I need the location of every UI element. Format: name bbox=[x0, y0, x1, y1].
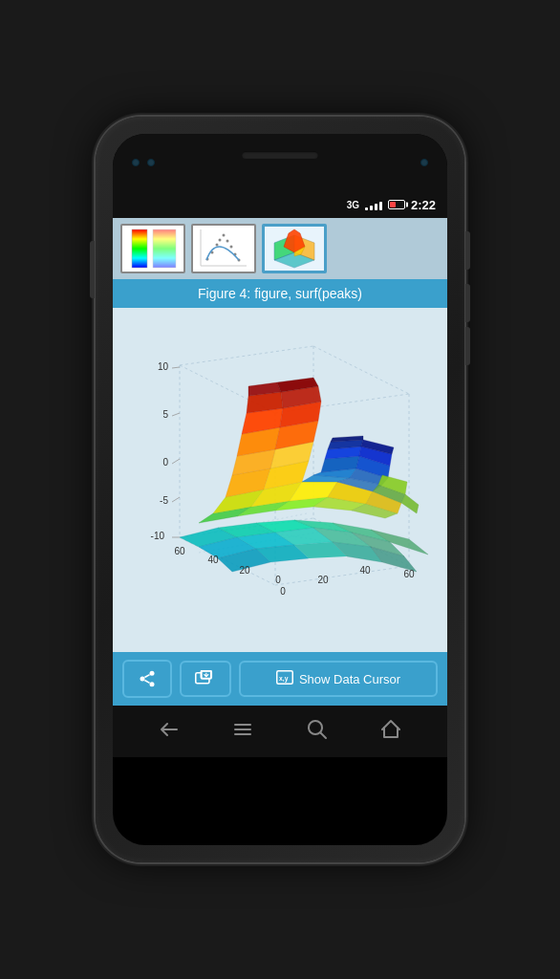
signal-bar-2 bbox=[370, 206, 373, 210]
top-bezel bbox=[113, 134, 447, 191]
svg-text:20: 20 bbox=[317, 575, 329, 585]
menu-button[interactable] bbox=[231, 718, 254, 746]
network-indicator: 3G bbox=[347, 200, 359, 210]
svg-point-7 bbox=[216, 244, 219, 247]
data-cursor-label: Show Data Cursor bbox=[299, 672, 400, 686]
svg-line-94 bbox=[172, 413, 180, 416]
phone-device: 3G 2:22 bbox=[96, 117, 464, 862]
svg-point-108 bbox=[150, 682, 155, 686]
svg-line-121 bbox=[320, 732, 326, 738]
svg-text:5: 5 bbox=[162, 409, 168, 420]
svg-text:0: 0 bbox=[280, 586, 286, 597]
thumbnail-3[interactable] bbox=[262, 224, 327, 273]
speaker bbox=[242, 151, 318, 159]
svg-rect-117 bbox=[234, 724, 251, 726]
svg-text:60: 60 bbox=[403, 569, 415, 579]
data-cursor-icon: x,y bbox=[276, 670, 293, 687]
thumb2-content bbox=[193, 226, 254, 272]
svg-text:0: 0 bbox=[162, 457, 168, 468]
front-camera bbox=[132, 159, 140, 166]
svg-line-93 bbox=[172, 367, 180, 368]
chart-area[interactable]: 10 5 0 -5 -10 60 40 20 bbox=[113, 308, 447, 652]
thumbnail-2[interactable] bbox=[191, 224, 256, 273]
signal-bar-4 bbox=[379, 202, 382, 210]
svg-text:10: 10 bbox=[158, 361, 169, 372]
export-icon bbox=[195, 670, 216, 687]
svg-text:40: 40 bbox=[207, 555, 219, 565]
search-button[interactable] bbox=[306, 718, 329, 746]
svg-line-109 bbox=[144, 675, 149, 678]
svg-text:60: 60 bbox=[174, 546, 185, 556]
battery-fill bbox=[390, 202, 396, 207]
signal-bar-3 bbox=[375, 204, 377, 210]
battery-indicator bbox=[388, 200, 405, 209]
svg-text:40: 40 bbox=[359, 565, 371, 576]
svg-rect-1 bbox=[153, 229, 176, 268]
svg-line-20 bbox=[180, 346, 313, 365]
svg-line-96 bbox=[172, 497, 180, 502]
back-button[interactable] bbox=[158, 718, 181, 746]
svg-point-10 bbox=[226, 240, 229, 243]
export-button[interactable] bbox=[180, 661, 231, 697]
svg-text:-5: -5 bbox=[160, 495, 168, 506]
svg-line-31 bbox=[275, 566, 409, 585]
signal-strength bbox=[365, 199, 382, 210]
phone-screen: 3G 2:22 bbox=[113, 134, 447, 845]
home-button[interactable] bbox=[379, 718, 402, 746]
svg-point-8 bbox=[219, 239, 222, 242]
signal-bar-1 bbox=[365, 207, 368, 210]
thumbnail-1[interactable] bbox=[120, 224, 185, 273]
svg-point-11 bbox=[230, 246, 233, 249]
svg-text:-10: -10 bbox=[151, 531, 165, 541]
bottom-toolbar: x,y Show Data Cursor bbox=[113, 652, 447, 706]
thumb3-content bbox=[265, 227, 324, 271]
chart-container: 10 5 0 -5 -10 60 40 20 bbox=[118, 317, 442, 623]
bottom-nav bbox=[113, 706, 447, 757]
surface-plot: 10 5 0 -5 -10 60 40 20 bbox=[122, 317, 438, 623]
svg-line-21 bbox=[313, 346, 409, 394]
svg-text:0: 0 bbox=[275, 575, 281, 585]
sensor-dots bbox=[132, 159, 155, 166]
thumb1-content bbox=[122, 226, 183, 272]
status-time: 2:22 bbox=[411, 198, 436, 212]
status-bar: 3G 2:22 bbox=[113, 191, 447, 218]
share-icon bbox=[138, 669, 157, 688]
front-camera-right bbox=[420, 159, 428, 166]
svg-marker-86 bbox=[401, 494, 419, 513]
sensor bbox=[147, 159, 155, 166]
svg-line-95 bbox=[172, 459, 180, 464]
svg-rect-119 bbox=[234, 733, 251, 735]
screen-content: Figure 4: figure, surf(peaks) bbox=[113, 218, 447, 706]
svg-point-107 bbox=[140, 677, 145, 682]
svg-text:x,y: x,y bbox=[279, 675, 289, 683]
svg-rect-118 bbox=[234, 729, 251, 730]
thumbnails-row bbox=[113, 218, 447, 279]
figure-title: Figure 4: figure, surf(peaks) bbox=[113, 279, 447, 308]
svg-rect-0 bbox=[132, 229, 147, 268]
svg-text:20: 20 bbox=[239, 565, 250, 576]
svg-line-110 bbox=[144, 680, 149, 683]
share-button[interactable] bbox=[122, 660, 172, 698]
svg-point-9 bbox=[223, 234, 226, 237]
svg-point-106 bbox=[150, 671, 155, 676]
data-cursor-button[interactable]: x,y Show Data Cursor bbox=[239, 661, 438, 697]
